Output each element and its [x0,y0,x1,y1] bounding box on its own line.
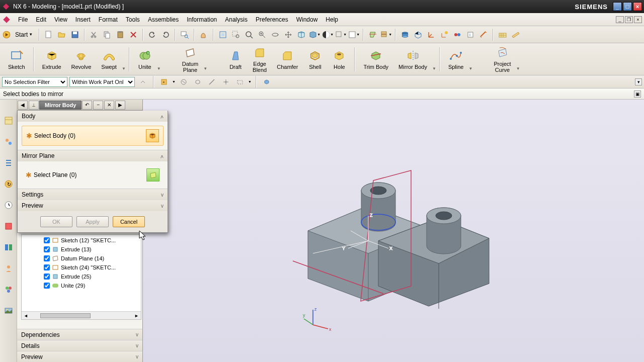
open-button[interactable] [56,29,68,41]
hd3d-tab[interactable] [3,220,15,232]
edge-style-button[interactable]: ▼ [335,29,347,41]
command-finder-button[interactable] [179,29,191,41]
rotate-button[interactable] [269,29,281,41]
background-button[interactable]: ▼ [348,29,360,41]
wireframe-button[interactable]: ▼ [321,29,334,41]
body-section-header[interactable]: Body ʌ [18,111,168,122]
ok-button[interactable]: OK [40,216,72,227]
shaded-button[interactable]: ▼ [308,29,320,41]
measure-button[interactable] [477,29,490,41]
clip-button[interactable] [367,29,379,41]
chamfer-button[interactable]: Chamfer [272,45,303,73]
part-navigator-tree[interactable]: Sketch (12) "SKETC... Extrude (13) Datum… [21,234,141,320]
menu-tools[interactable]: Tools [122,15,144,25]
sel-edge-button[interactable] [206,76,218,88]
mdi-close-button[interactable]: × [634,16,642,23]
preview-panel-header[interactable]: Previewv [17,351,142,362]
shell-button[interactable]: Shell [303,45,327,73]
cut-button[interactable] [88,29,100,41]
boolean-dropdown[interactable]: ▼ [157,66,161,71]
rail-minimize-button[interactable]: − [93,101,103,110]
web-browser-tab[interactable] [3,241,15,253]
roles-tab[interactable] [3,262,15,275]
datum-plane-button[interactable]: Datum Plane [177,45,203,73]
select-plane-icon-button[interactable] [146,168,159,182]
curve-dropdown[interactable]: ▼ [468,66,472,71]
close-button[interactable]: × [633,2,642,11]
zoom-button[interactable] [243,29,255,41]
tree-item[interactable]: Extrude (13) [23,245,140,254]
details-panel-header[interactable]: Detailsv [17,340,142,351]
tree-item[interactable]: Sketch (24) "SKETC... [23,263,140,272]
move-wcs-button[interactable] [438,29,450,41]
part-navigator-tab[interactable] [3,115,15,127]
selection-scope-dropdown[interactable]: Within Work Part Onl [69,77,135,87]
menu-insert[interactable]: Insert [71,15,95,25]
menu-file[interactable]: File [14,15,32,25]
wcs-button[interactable] [425,29,437,41]
extrude-button[interactable]: Extrude [37,45,66,73]
undo-button[interactable] [146,29,158,41]
promptbar-option-button[interactable]: ▣ [634,90,641,98]
graphics-viewport[interactable]: Z X Y z x y [143,100,644,362]
rail-close-button[interactable]: ✕ [104,101,114,110]
tree-item[interactable]: Sketch (12) "SKETC... [23,236,140,245]
preview-section-header[interactable]: Preview v [18,200,168,211]
pan-button[interactable] [282,29,294,41]
unite-button[interactable]: + Unite [133,45,157,73]
select-plane-row[interactable]: ✱ Select Plane (0) [22,165,164,185]
derive-dropdown[interactable]: ▼ [516,66,520,71]
constraint-navigator-tab[interactable] [3,157,15,169]
sel-face-button[interactable] [178,76,190,88]
mirror-body-button[interactable]: Mirror Body [393,45,432,73]
start-button[interactable]: Start▼ [12,30,36,39]
menu-preferences[interactable]: Preferences [252,15,292,25]
rail-pin-button[interactable]: ⟂ [29,101,39,110]
perspective-button[interactable] [295,29,307,41]
menu-assemblies[interactable]: Assemblies [144,15,183,25]
apply-button[interactable]: Apply [76,216,109,227]
grip-button[interactable] [451,29,463,41]
mdi-restore-button[interactable]: ❐ [625,16,633,23]
minimize-button[interactable]: _ [613,2,622,11]
info-button[interactable]: i [464,29,476,41]
sketch-button[interactable]: Sketch [3,45,30,73]
zoom-in-out-button[interactable] [256,29,268,41]
spline-button[interactable]: Spline [443,45,469,73]
hole-button[interactable]: Hole [327,45,351,73]
paste-button[interactable] [114,29,126,41]
tree-checkbox[interactable] [44,274,50,280]
tree-checkbox[interactable] [44,237,50,243]
mdi-minimize-button[interactable]: _ [616,16,624,23]
menu-information[interactable]: Information [183,15,221,25]
touch-mode-button[interactable] [198,29,210,41]
feature-dropdown[interactable]: ▼ [122,66,126,71]
new-button[interactable] [43,29,55,41]
project-curve-button[interactable]: Project Curve [489,45,516,73]
tree-item[interactable]: Unite (29) [23,281,140,290]
history-tab[interactable] [3,199,15,211]
swept-button[interactable]: Swept [96,45,122,73]
copy-button[interactable] [101,29,113,41]
delete-button[interactable] [127,29,139,41]
settings-section-header[interactable]: Settings v [18,189,168,200]
maximize-button[interactable]: □ [623,2,632,11]
selection-filter-dropdown[interactable]: No Selection Filter [2,77,67,87]
cancel-button[interactable]: Cancel [113,216,145,227]
trim-body-button[interactable]: Trim Body [358,45,393,73]
menu-edit[interactable]: Edit [32,15,50,25]
tree-checkbox[interactable] [44,246,50,252]
menu-view[interactable]: View [50,15,71,25]
tree-checkbox[interactable] [44,283,50,289]
sel-body-button[interactable] [192,76,204,88]
tree-scrollbar[interactable]: ◄► [22,311,141,319]
menu-analysis[interactable]: Analysis [221,15,252,25]
redo-button[interactable] [159,29,172,41]
rail-prev-button[interactable]: ◀ [18,101,28,110]
menu-help[interactable]: Help [321,15,342,25]
select-body-icon-button[interactable] [146,129,159,142]
sel-rect-button[interactable] [234,76,246,88]
picture-tab[interactable] [3,305,15,317]
dependencies-panel-header[interactable]: Dependenciesv [17,329,142,340]
reuse-library-tab[interactable]: ↻ [3,178,15,190]
